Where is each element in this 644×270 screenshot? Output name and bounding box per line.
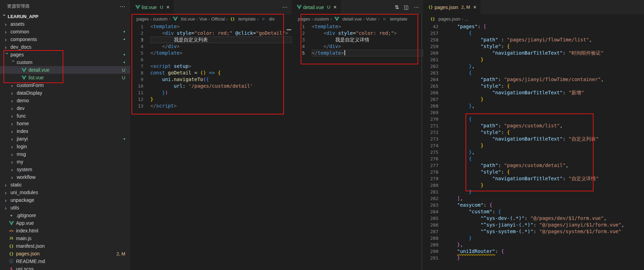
code-line-266[interactable]: 266 "navigationBarTitleText": "新增" — [423, 89, 644, 96]
code-line-283[interactable]: 283 "easycom": { — [423, 202, 644, 208]
code-line-260[interactable]: 260 "navigationBarTitleText": "时间组件验证" — [423, 50, 644, 56]
explorer-item-static[interactable]: ›static — [0, 181, 130, 189]
code-line-4[interactable]: 4 </div> — [130, 43, 292, 50]
code-line-278[interactable]: 278 "style": { — [423, 169, 644, 175]
code-line-267[interactable]: 267 } — [423, 96, 644, 103]
code-line-5[interactable]: 5</template> — [130, 50, 292, 56]
close-icon[interactable]: × — [166, 5, 169, 10]
code-editor-pagesjson[interactable]: 42 "pages": [257 {258 "path" : "pages/ji… — [423, 23, 644, 270]
more-actions-icon[interactable]: ⋯ — [282, 4, 287, 10]
explorer-item-uni_modules[interactable]: ›uni_modules — [0, 189, 130, 196]
explorer-item-customform[interactable]: ›customForm — [0, 81, 130, 89]
close-icon[interactable]: × — [473, 5, 476, 10]
code-line-281[interactable]: 281 } — [423, 189, 644, 195]
code-line-269[interactable]: 269 — [423, 109, 644, 116]
code-line-276[interactable]: 276 { — [423, 156, 644, 162]
explorer-item-pages[interactable]: ›pages● — [0, 51, 130, 58]
code-line-11[interactable]: 11 }) — [130, 89, 292, 96]
code-line-42[interactable]: 42 "pages": [ — [423, 23, 644, 30]
code-line-257[interactable]: 257 { — [423, 30, 644, 37]
explorer-item-list.vue[interactable]: list.vueU — [0, 74, 130, 81]
code-editor-listvue[interactable]: 1<template>2 <div style="color: red;" @c… — [130, 23, 292, 270]
breadcrumb-item[interactable]: pages — [136, 16, 149, 22]
code-line-271[interactable]: 271 "path": "pages/custom/list", — [423, 122, 644, 129]
code-line-12[interactable]: 12} — [130, 96, 292, 103]
tab-detail-vue[interactable]: detail.vue U × — [292, 0, 341, 14]
breadcrumb-item[interactable]: ... — [464, 16, 468, 22]
explorer-item-utils[interactable]: ›utils — [0, 204, 130, 212]
explorer-item-demo[interactable]: ›demo — [0, 97, 130, 104]
code-line-10[interactable]: 10 url: '/pages/custom/detail' — [130, 83, 292, 89]
explorer-item-datadisplay[interactable]: ›dataDisplay — [0, 89, 130, 97]
tab-pages-json[interactable]: {} pages.json 2, M × — [423, 0, 481, 14]
code-line-265[interactable]: 265 "style": { — [423, 83, 644, 89]
explorer-item-assets[interactable]: ›assets — [0, 20, 130, 28]
code-line-9[interactable]: 9 uni.navigateTo({ — [130, 76, 292, 83]
breadcrumb-item[interactable]: ◯template — [381, 16, 407, 22]
code-line-279[interactable]: 279 "navigationBarTitleText": "自定义详情" — [423, 175, 644, 182]
breadcrumb-item[interactable]: ◯div — [260, 16, 275, 22]
compare-changes-icon[interactable]: ⇅ — [395, 4, 399, 10]
breadcrumb-item[interactable]: custom — [153, 16, 168, 22]
code-line-277[interactable]: 277 "path": "pages/custom/detail", — [423, 162, 644, 169]
code-line-280[interactable]: 280 } — [423, 182, 644, 189]
breadcrumb-item[interactable]: custom — [315, 16, 329, 22]
split-editor-icon[interactable]: ◫ — [404, 4, 409, 10]
explorer-item-.gitignore[interactable]: ◆.gitignore — [0, 212, 130, 219]
code-line-288[interactable]: 288 } — [423, 235, 644, 241]
tab-list-vue[interactable]: list.vue U × — [130, 0, 174, 14]
code-editor-detailvue[interactable]: 1<template>2 <div style="color: red;">3 … — [292, 23, 423, 270]
code-line-6[interactable]: 6 — [130, 56, 292, 63]
code-line-270[interactable]: 270 { — [423, 116, 644, 122]
explorer-item-func[interactable]: ›func — [0, 112, 130, 120]
explorer-item-app.vue[interactable]: App.vue — [0, 219, 130, 227]
code-line-2[interactable]: 2 <div style="color: red;" @click="goDet… — [130, 30, 292, 37]
code-line-285[interactable]: 285 "^sys-dev-(.*)": "@/pages/dev/$1/for… — [423, 215, 644, 222]
code-line-5[interactable]: 5</template> — [292, 50, 423, 56]
explorer-item-manifest.json[interactable]: {}manifest.json — [0, 242, 130, 250]
code-line-2[interactable]: 2 <div style="color: red;"> — [292, 30, 423, 37]
code-line-1[interactable]: 1<template> — [130, 23, 292, 30]
explorer-item-jianyi[interactable]: ›jianyi● — [0, 135, 130, 143]
breadcrumb-item[interactable]: Vuter — [366, 16, 377, 22]
explorer-item-components[interactable]: ›components● — [0, 35, 130, 43]
explorer-item-custom[interactable]: ›custom● — [0, 58, 130, 66]
explorer-item-unpackage[interactable]: ›unpackage — [0, 196, 130, 204]
code-line-261[interactable]: 261 } — [423, 56, 644, 63]
breadcrumb-item[interactable]: {}template — [229, 16, 256, 22]
breadcrumb-item[interactable]: list.vue — [172, 16, 195, 22]
code-line-275[interactable]: 275 }, — [423, 149, 644, 156]
explorer-item-workflow[interactable]: ›workflow — [0, 173, 130, 181]
code-line-287[interactable]: 287 "^sys-system-(.*)": "@/pages/system/… — [423, 228, 644, 235]
more-actions-icon[interactable]: ⋯ — [120, 3, 125, 10]
explorer-item-msg[interactable]: ›msg — [0, 150, 130, 158]
more-actions-icon[interactable]: ⋯ — [414, 4, 419, 10]
code-line-13[interactable]: 13</script> — [130, 103, 292, 109]
close-icon[interactable]: × — [333, 5, 336, 10]
code-line-289[interactable]: 289 }, — [423, 241, 644, 248]
explorer-item-uni.scss[interactable]: Suni.scss — [0, 265, 130, 270]
code-line-1[interactable]: 1<template> — [292, 23, 423, 30]
code-line-268[interactable]: 268 }, — [423, 103, 644, 109]
explorer-item-home[interactable]: ›home — [0, 120, 130, 127]
explorer-item-dev_docs[interactable]: ›dev_docs — [0, 43, 130, 51]
code-line-282[interactable]: 282 ], — [423, 195, 644, 202]
editor-group-sash[interactable] — [422, 14, 422, 270]
explorer-item-index[interactable]: ›index — [0, 127, 130, 135]
explorer-item-pages.json[interactable]: {}pages.json2, M — [0, 250, 130, 257]
explorer-item-login[interactable]: ›login — [0, 143, 130, 150]
code-line-274[interactable]: 274 } — [423, 142, 644, 149]
code-line-284[interactable]: 284 "custom": { — [423, 208, 644, 215]
code-line-263[interactable]: 263 { — [423, 70, 644, 76]
code-line-290[interactable]: 290 "uniIdRouter": { — [423, 248, 644, 255]
code-line-7[interactable]: 7<script setup> — [130, 63, 292, 70]
code-line-259[interactable]: 259 "style": { — [423, 43, 644, 50]
explorer-item-dev[interactable]: ›dev — [0, 104, 130, 112]
explorer-root-folder[interactable]: › LEARUN_APP — [0, 13, 130, 20]
explorer-item-index.html[interactable]: <>index.html — [0, 227, 130, 235]
breadcrumb-item[interactable]: pages — [298, 16, 310, 22]
explorer-item-main.js[interactable]: JSmain.js — [0, 235, 130, 242]
breadcrumb-item[interactable]: detail.vue — [333, 16, 362, 22]
explorer-item-my[interactable]: ›my — [0, 158, 130, 166]
explorer-item-detail.vue[interactable]: detail.vueU — [0, 66, 130, 74]
